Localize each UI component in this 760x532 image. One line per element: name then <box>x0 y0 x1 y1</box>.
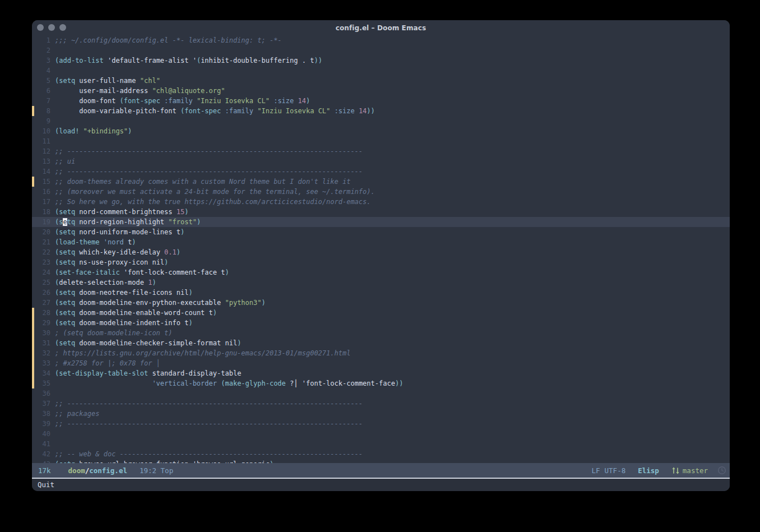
code-line[interactable]: 1;;; ~/.config/doom/config.el -*- lexica… <box>32 35 730 45</box>
code-line[interactable]: 27(setq doom-modeline-env-python-executa… <box>32 298 730 308</box>
line-number: 32 <box>32 348 50 358</box>
code-line[interactable]: 15;; doom-themes already comes with a cu… <box>32 177 730 187</box>
code-line[interactable]: 5(setq user-full-name "chl" <box>32 76 730 86</box>
code-text: (add-to-list 'default-frame-alist '(inhi… <box>50 57 322 64</box>
line-number: 21 <box>32 237 50 247</box>
code-line[interactable]: 6 user-mail-address "chl@aliquote.org" <box>32 86 730 96</box>
code-line[interactable]: 42;; -- web & doc ----------------------… <box>32 449 730 459</box>
code-line[interactable]: 32; https://lists.gnu.org/archive/html/h… <box>32 348 730 358</box>
line-number: 5 <box>32 76 50 86</box>
code-text: (set-display-table-slot standard-display… <box>50 369 241 377</box>
line-number: 24 <box>32 267 50 277</box>
code-line[interactable]: 7 doom-font (font-spec :family "Inziu Io… <box>32 96 730 106</box>
code-line[interactable]: 35 'vertical-border (make-glyph-code ?│ … <box>32 378 730 388</box>
code-line[interactable]: 10(load! "+bindings") <box>32 126 730 136</box>
echo-area[interactable]: Quit <box>32 479 730 491</box>
code-line[interactable]: 30; (setq doom-modeline-icon t) <box>32 328 730 338</box>
code-line[interactable]: 2 <box>32 45 730 55</box>
code-buffer[interactable]: 1;;; ~/.config/doom/config.el -*- lexica… <box>32 35 730 463</box>
code-line[interactable]: 14;; -----------------------------------… <box>32 166 730 177</box>
code-line[interactable]: 18(setq nord-comment-brightness 15) <box>32 207 730 217</box>
code-line[interactable]: 23(setq ns-use-proxy-icon nil) <box>32 257 730 267</box>
line-number: 31 <box>32 338 50 348</box>
line-number: 17 <box>32 197 50 207</box>
code-text: (load! "+bindings") <box>50 127 132 135</box>
code-line[interactable]: 21(load-theme 'nord t) <box>32 237 730 247</box>
code-line[interactable]: 22(setq which-key-idle-delay 0.1) <box>32 247 730 257</box>
modeline: 17k doom/config.el 19:2 Top LF UTF-8 Eli… <box>32 463 730 478</box>
code-text: (setq browse-url-browser-function 'brows… <box>50 460 274 463</box>
line-number: 35 <box>32 378 50 388</box>
code-text: (setq user-full-name "chl" <box>50 77 160 85</box>
code-text: ;; -- web & doc ------------------------… <box>50 450 363 458</box>
code-text: (load-theme 'nord t) <box>50 238 136 246</box>
code-line[interactable]: 9 <box>32 116 730 126</box>
code-line[interactable]: 25(delete-selection-mode 1) <box>32 277 730 288</box>
close-window-button[interactable] <box>37 24 44 31</box>
line-number: 7 <box>32 96 50 106</box>
code-text <box>50 430 55 438</box>
code-line[interactable]: 34(set-display-table-slot standard-displ… <box>32 368 730 378</box>
file-name: config.el <box>89 466 127 475</box>
buffer-file-path: doom/config.el <box>68 466 127 475</box>
zoom-window-button[interactable] <box>59 24 66 31</box>
code-text: ;; packages <box>50 410 99 418</box>
code-line[interactable]: 11 <box>32 136 730 146</box>
line-number: 14 <box>32 166 50 177</box>
code-text: (delete-selection-mode 1) <box>50 279 156 286</box>
code-text: ; https://lists.gnu.org/archive/html/hel… <box>50 349 350 357</box>
code-line[interactable]: 39;; -----------------------------------… <box>32 419 730 429</box>
file-directory: doom <box>68 466 85 475</box>
line-number: 42 <box>32 449 50 459</box>
clock-icon <box>717 466 726 475</box>
title-bar[interactable]: config.el – Doom Emacs <box>32 20 730 35</box>
code-line[interactable]: 43(setq browse-url-browser-function 'bro… <box>32 459 730 463</box>
major-mode-label[interactable]: Elisp <box>638 466 659 475</box>
code-line[interactable]: 13;; ui <box>32 156 730 166</box>
git-gutter-mark <box>32 106 34 116</box>
modeline-left: 17k doom/config.el 19:2 Top <box>38 466 173 475</box>
code-line[interactable]: 20(setq nord-uniform-mode-lines t) <box>32 227 730 237</box>
code-line[interactable]: 41 <box>32 439 730 449</box>
git-branch-icon <box>671 466 680 475</box>
line-number: 2 <box>32 45 50 55</box>
code-line[interactable]: 37;; -----------------------------------… <box>32 399 730 409</box>
code-line[interactable]: 31(setq doom-modeline-checker-simple-for… <box>32 338 730 348</box>
code-line[interactable]: 4 <box>32 66 730 76</box>
code-line[interactable]: 40 <box>32 429 730 439</box>
code-line[interactable]: 33; #x2758 for |; 0x78 for │ <box>32 358 730 368</box>
line-number: 25 <box>32 277 50 288</box>
code-text: ;; -------------------------------------… <box>50 147 363 155</box>
git-gutter-mark <box>32 328 34 338</box>
git-gutter-mark <box>32 318 34 328</box>
code-text: ; (setq doom-modeline-icon t) <box>50 329 173 337</box>
code-text <box>50 47 55 54</box>
line-number: 4 <box>32 66 50 76</box>
minimize-window-button[interactable] <box>48 24 55 31</box>
code-text <box>50 440 55 448</box>
code-text: ;; -------------------------------------… <box>50 420 363 428</box>
git-gutter-mark <box>32 368 34 378</box>
code-text: doom-variable-pitch-font (font-spec :fam… <box>50 107 375 115</box>
code-line[interactable]: 24(set-face-italic 'font-lock-comment-fa… <box>32 267 730 277</box>
code-line[interactable]: 16;; (moreover we must activate a 24-bit… <box>32 187 730 197</box>
code-line[interactable]: 36 <box>32 388 730 399</box>
code-text: (setq doom-modeline-env-python-executabl… <box>50 299 266 307</box>
code-line[interactable]: 12;; -----------------------------------… <box>32 146 730 156</box>
code-line[interactable]: 26(setq doom-neotree-file-icons nil) <box>32 288 730 298</box>
line-number: 40 <box>32 429 50 439</box>
code-text: (setq nord-uniform-mode-lines t) <box>50 228 184 236</box>
code-line[interactable]: 28(setq doom-modeline-enable-word-count … <box>32 308 730 318</box>
encoding-indicator: UTF-8 <box>605 466 626 475</box>
line-number: 10 <box>32 126 50 136</box>
code-line[interactable]: 38;; packages <box>32 409 730 419</box>
code-line[interactable]: 19(setq nord-region-highlight "frost") <box>32 217 730 227</box>
line-number: 8 <box>32 106 50 116</box>
code-line[interactable]: 8 doom-variable-pitch-font (font-spec :f… <box>32 106 730 116</box>
code-line[interactable]: 29(setq doom-modeline-indent-info t) <box>32 318 730 328</box>
line-number: 9 <box>32 116 50 126</box>
line-number: 15 <box>32 177 50 187</box>
code-line[interactable]: 17;; So here we go, with the true https:… <box>32 197 730 207</box>
code-line[interactable]: 3(add-to-list 'default-frame-alist '(inh… <box>32 55 730 66</box>
git-gutter-mark <box>32 338 34 348</box>
